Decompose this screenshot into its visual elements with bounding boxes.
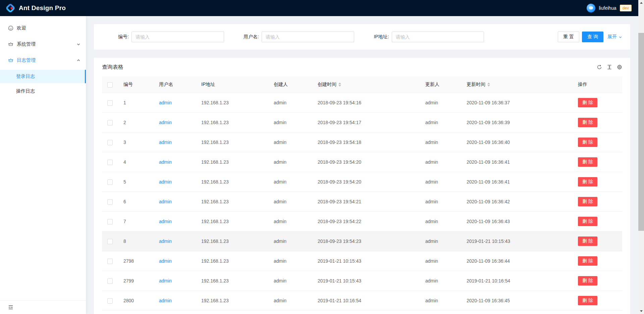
row-checkbox[interactable] [107, 298, 113, 304]
sidebar-item-operation-log[interactable]: 操作日志 [0, 85, 86, 98]
id-field[interactable] [131, 32, 224, 42]
scroll-up-icon[interactable] [638, 0, 644, 6]
cell-ip: 192.168.1.23 [199, 172, 271, 192]
cell-action: 删 除 [575, 113, 622, 133]
delete-button[interactable]: 删 除 [578, 256, 597, 266]
delete-button[interactable]: 删 除 [578, 118, 597, 127]
cell-created-at: 2019-01-21 10:15:43 [315, 251, 423, 271]
sidebar-item-welcome[interactable]: 欢迎 [0, 21, 86, 35]
table-row: 1admin192.168.1.23admin2018-09-23 19:54:… [102, 93, 622, 113]
row-checkbox[interactable] [107, 100, 113, 106]
expand-link[interactable]: 展开 [607, 34, 622, 40]
column-header-creator[interactable]: 创建人 [271, 76, 315, 93]
cell-username: admin [156, 271, 199, 291]
brand[interactable]: Ant Design Pro [5, 3, 66, 13]
cell-updated-at: 2020-11-09 16:36:39 [464, 113, 575, 133]
cell-updated-at: 2019-01-22 14:43:09 [464, 311, 575, 314]
row-checkbox[interactable] [107, 160, 113, 165]
column-header-label: 创建时间 [318, 82, 336, 88]
column-header-ip[interactable]: IP地址 [199, 76, 271, 93]
cell-id: 2801 [121, 311, 156, 314]
cell-username: admin [156, 113, 199, 133]
row-checkbox[interactable] [107, 219, 113, 224]
delete-button[interactable]: 删 除 [578, 98, 597, 107]
username-link[interactable]: admin [159, 298, 172, 303]
menu-fold-icon[interactable] [8, 305, 13, 310]
username-link[interactable]: admin [159, 179, 172, 185]
delete-button[interactable]: 删 除 [578, 237, 597, 246]
username-link[interactable]: admin [159, 219, 172, 224]
settings-icon[interactable] [617, 64, 622, 70]
sidebar-item-system-management[interactable]: 系统管理 [0, 38, 86, 51]
username-link[interactable]: admin [159, 159, 172, 165]
browser-scrollbar[interactable] [638, 0, 644, 314]
query-button[interactable]: 查 询 [582, 32, 603, 42]
sidebar-menu: 欢迎 系统管理 [0, 16, 86, 300]
delete-button[interactable]: 删 除 [578, 197, 597, 206]
table-row: 5admin192.168.1.23admin2018-09-23 19:54:… [102, 172, 622, 192]
cell-updated-at: 2019-01-21 10:15:43 [464, 231, 575, 251]
delete-button[interactable]: 删 除 [578, 296, 597, 305]
delete-button[interactable]: 删 除 [578, 217, 597, 226]
username-link[interactable]: admin [159, 258, 172, 264]
username-link[interactable]: admin [159, 199, 172, 204]
delete-button[interactable]: 删 除 [578, 276, 597, 285]
cell-updater: admin [423, 133, 464, 152]
sorter-icon[interactable] [487, 83, 490, 87]
delete-button[interactable]: 删 除 [578, 177, 597, 187]
crown-icon [8, 42, 13, 47]
column-height-icon[interactable] [607, 64, 612, 70]
cell-username: admin [156, 251, 199, 271]
column-header-username[interactable]: 用户名 [156, 76, 199, 93]
top-header: Ant Design Pro liufeihua dev [0, 0, 638, 16]
cell-username: admin [156, 291, 199, 311]
sorter-icon[interactable] [338, 83, 341, 87]
table-row: 7admin192.168.1.23admin2018-09-23 19:54:… [102, 212, 622, 231]
cell-updated-at: 2020-11-09 16:36:41 [464, 152, 575, 172]
username-field[interactable] [262, 32, 354, 42]
smile-icon [8, 25, 13, 31]
delete-button[interactable]: 删 除 [578, 157, 597, 167]
delete-button[interactable]: 删 除 [578, 138, 597, 147]
table-row: 2801admin192.168.1.23admin2019-01-21 10:… [102, 311, 622, 314]
username-link[interactable]: admin [159, 239, 172, 244]
username[interactable]: liufeihua [599, 5, 616, 11]
reload-icon[interactable] [597, 64, 602, 70]
row-checkbox[interactable] [107, 259, 113, 264]
sidebar-item-log-management[interactable]: 日志管理 [0, 54, 86, 67]
cell-created-at: 2019-01-21 10:16:54 [315, 311, 423, 314]
form-item-id: 编号: [102, 32, 232, 42]
column-header-updater[interactable]: 更新人 [423, 76, 464, 93]
cell-ip: 192.168.1.23 [199, 231, 271, 251]
select-all-checkbox[interactable] [107, 82, 113, 88]
scrollbar-thumb[interactable] [638, 33, 644, 231]
row-checkbox[interactable] [107, 278, 113, 284]
cell-created-at: 2018-09-23 19:54:16 [315, 93, 423, 113]
search-form: 编号: 用户名: IP地址: 重 置 查 询 [102, 32, 622, 42]
row-checkbox[interactable] [107, 199, 113, 205]
column-header-created-at[interactable]: 创建时间 [315, 76, 423, 93]
column-header-updated-at[interactable]: 更新时间 [464, 76, 575, 93]
row-checkbox[interactable] [107, 239, 113, 244]
username-field-label: 用户名: [232, 34, 262, 40]
cell-id: 7 [121, 212, 156, 231]
row-checkbox[interactable] [107, 179, 113, 185]
row-checkbox[interactable] [107, 140, 113, 145]
user-avatar[interactable] [587, 4, 595, 12]
sidebar-item-login-log[interactable]: 登录日志 [0, 70, 86, 83]
username-link[interactable]: admin [159, 100, 172, 105]
username-link[interactable]: admin [159, 278, 172, 283]
row-checkbox[interactable] [107, 120, 113, 125]
cell-ip: 192.168.1.23 [199, 192, 271, 212]
ip-field-label: IP地址: [362, 34, 392, 40]
table-row: 2799admin192.168.1.23admin2019-01-21 10:… [102, 271, 622, 291]
username-link[interactable]: admin [159, 140, 172, 145]
reset-button[interactable]: 重 置 [558, 32, 579, 42]
table-row: 8admin192.168.1.23admin2018-09-23 19:54:… [102, 231, 622, 251]
column-header-id[interactable]: 编号 [121, 76, 156, 93]
username-link[interactable]: admin [159, 120, 172, 125]
cell-updater: admin [423, 192, 464, 212]
ip-field[interactable] [392, 32, 484, 42]
page: Ant Design Pro liufeihua dev [0, 0, 638, 314]
scroll-down-icon[interactable] [638, 308, 644, 314]
